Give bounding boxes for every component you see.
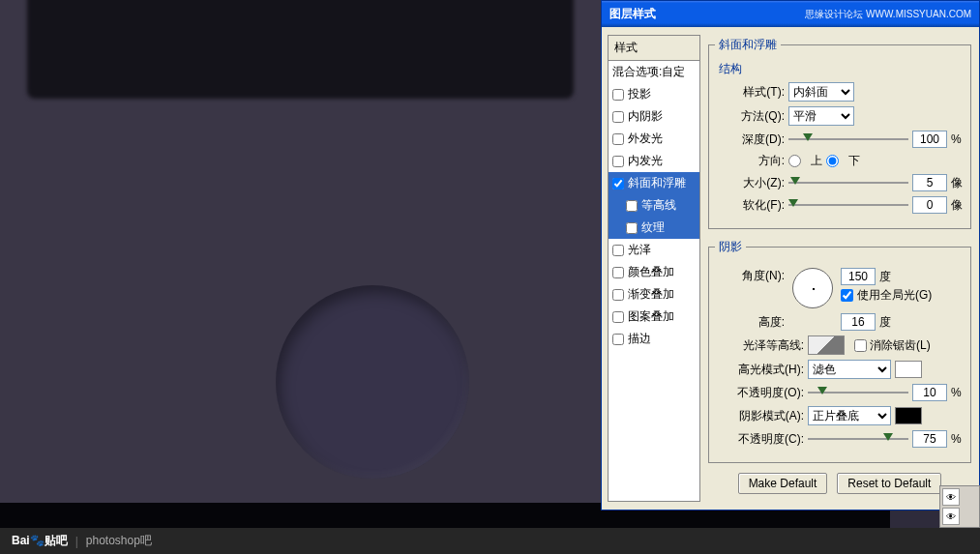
community-name: photoshop吧 — [86, 533, 152, 549]
style-checkbox[interactable] — [626, 200, 638, 212]
shadow-color-swatch[interactable] — [895, 407, 922, 424]
depth-slider[interactable] — [788, 131, 908, 147]
dialog-titlebar[interactable]: 图层样式 思缘设计论坛 WWW.MISSYUAN.COM — [602, 1, 979, 27]
style-item-外发光[interactable]: 外发光 — [609, 128, 699, 150]
shading-legend: 阴影 — [715, 239, 746, 255]
altitude-input[interactable] — [841, 313, 876, 331]
styles-list: 样式 混合选项:自定 投影内阴影外发光内发光斜面和浮雕等高线纹理光泽颜色叠加渐变… — [608, 35, 700, 502]
style-item-label: 图案叠加 — [628, 308, 674, 325]
style-item-label: 内阴影 — [628, 108, 663, 125]
pct1: % — [951, 386, 965, 399]
technique-label: 方法(Q): — [715, 108, 785, 125]
style-item-等高线[interactable]: 等高线 — [609, 194, 699, 217]
style-item-label: 描边 — [628, 331, 651, 347]
depth-unit: % — [951, 132, 965, 146]
pct2: % — [951, 432, 965, 446]
shadow-mode-select[interactable]: 正片叠底 — [808, 406, 891, 425]
style-item-描边[interactable]: 描边 — [609, 328, 699, 350]
shadow-mode-label: 阴影模式(A): — [715, 408, 804, 424]
shadow-opacity-slider[interactable] — [808, 431, 908, 447]
angle-input[interactable] — [841, 268, 876, 285]
footer-bar: Bai🐾贴吧 | photoshop吧 — [0, 528, 980, 554]
visibility-eye-icon[interactable]: 👁 — [942, 508, 960, 525]
highlight-mode-label: 高光模式(H): — [715, 362, 804, 378]
style-item-label: 颜色叠加 — [628, 264, 674, 280]
style-item-光泽[interactable]: 光泽 — [609, 239, 699, 261]
style-label: 样式(T): — [715, 84, 785, 101]
style-item-label: 斜面和浮雕 — [628, 175, 686, 191]
angle-label: 角度(N): — [715, 268, 785, 284]
style-checkbox[interactable] — [612, 111, 624, 123]
style-checkbox[interactable] — [612, 156, 624, 167]
style-checkbox[interactable] — [612, 245, 624, 256]
style-item-label: 纹理 — [641, 219, 665, 236]
bevel-settings-panel: 斜面和浮雕 结构 样式(T): 内斜面 方法(Q): 平滑 深度(D): — [706, 35, 973, 502]
altitude-label: 高度: — [715, 314, 785, 331]
style-item-label: 投影 — [628, 86, 651, 102]
dir-up-radio[interactable]: 上 — [788, 153, 822, 169]
style-item-label: 等高线 — [641, 197, 676, 214]
style-item-内阴影[interactable]: 内阴影 — [609, 105, 699, 128]
soften-slider[interactable] — [788, 197, 908, 213]
shading-fieldset: 阴影 角度(N): 度 使用全局光(G) 高度: — [708, 239, 971, 463]
highlight-opacity-label: 不透明度(O): — [715, 385, 804, 401]
angle-dial[interactable] — [792, 268, 833, 308]
style-item-颜色叠加[interactable]: 颜色叠加 — [609, 261, 699, 283]
depth-label: 深度(D): — [715, 131, 785, 148]
size-input[interactable] — [912, 174, 947, 191]
style-checkbox[interactable] — [612, 311, 624, 323]
highlight-opacity-slider[interactable] — [808, 385, 908, 400]
technique-select[interactable]: 平滑 — [788, 106, 854, 126]
structure-legend: 结构 — [715, 61, 746, 77]
style-item-投影[interactable]: 投影 — [609, 83, 699, 105]
style-select[interactable]: 内斜面 — [788, 82, 854, 102]
dir-down-radio[interactable]: 下 — [826, 153, 860, 169]
depth-input[interactable] — [912, 131, 947, 148]
highlight-mode-select[interactable]: 滤色 — [808, 360, 891, 379]
bevel-fieldset: 斜面和浮雕 结构 样式(T): 内斜面 方法(Q): 平滑 深度(D): — [708, 37, 971, 229]
footer-separator: | — [75, 535, 78, 548]
soften-label: 软化(F): — [715, 197, 785, 214]
direction-label: 方向: — [715, 153, 785, 169]
visibility-eye-icon[interactable]: 👁 — [942, 488, 960, 506]
size-label: 大小(Z): — [715, 175, 785, 191]
emboss-circle-shape — [276, 285, 469, 479]
shadow-opacity-label: 不透明度(C): — [715, 431, 804, 448]
canvas-area — [0, 0, 601, 503]
highlight-color-swatch[interactable] — [895, 361, 922, 378]
blend-options-row[interactable]: 混合选项:自定 — [609, 61, 699, 83]
dark-rectangle — [27, 0, 574, 99]
style-item-纹理[interactable]: 纹理 — [609, 217, 699, 239]
watermark-text: 思缘设计论坛 WWW.MISSYUAN.COM — [805, 8, 971, 21]
reset-default-button[interactable]: Reset to Default — [837, 473, 941, 494]
style-checkbox[interactable] — [612, 267, 624, 278]
soften-input[interactable] — [912, 196, 947, 214]
style-item-渐变叠加[interactable]: 渐变叠加 — [609, 283, 699, 306]
antialias-checkbox[interactable]: 消除锯齿(L) — [854, 337, 931, 354]
global-light-checkbox[interactable]: 使用全局光(G) — [841, 287, 932, 304]
highlight-opacity-input[interactable] — [912, 384, 947, 401]
baidu-tieba-logo: Bai🐾贴吧 — [12, 533, 68, 549]
style-checkbox[interactable] — [612, 334, 624, 345]
bevel-legend: 斜面和浮雕 — [715, 37, 781, 53]
dialog-title: 图层样式 — [609, 6, 656, 22]
gloss-contour-swatch[interactable] — [808, 335, 845, 355]
styles-header[interactable]: 样式 — [609, 36, 699, 61]
style-item-内发光[interactable]: 内发光 — [609, 150, 699, 172]
layer-style-dialog: 图层样式 思缘设计论坛 WWW.MISSYUAN.COM 样式 混合选项:自定 … — [601, 0, 980, 510]
layers-panel-fragment: 👁 👁 — [939, 485, 980, 528]
style-checkbox[interactable] — [612, 289, 624, 301]
soften-unit: 像 — [951, 197, 965, 214]
make-default-button[interactable]: Make Default — [738, 473, 828, 494]
shadow-opacity-input[interactable] — [912, 430, 947, 448]
style-item-斜面和浮雕[interactable]: 斜面和浮雕 — [609, 172, 699, 194]
style-checkbox[interactable] — [612, 178, 624, 190]
style-checkbox[interactable] — [612, 89, 624, 101]
style-checkbox[interactable] — [626, 222, 638, 234]
size-slider[interactable] — [788, 175, 908, 190]
style-item-label: 渐变叠加 — [628, 286, 674, 303]
angle-unit: 度 — [879, 269, 891, 285]
style-item-图案叠加[interactable]: 图案叠加 — [609, 306, 699, 328]
style-checkbox[interactable] — [612, 133, 624, 145]
altitude-unit: 度 — [879, 314, 891, 331]
